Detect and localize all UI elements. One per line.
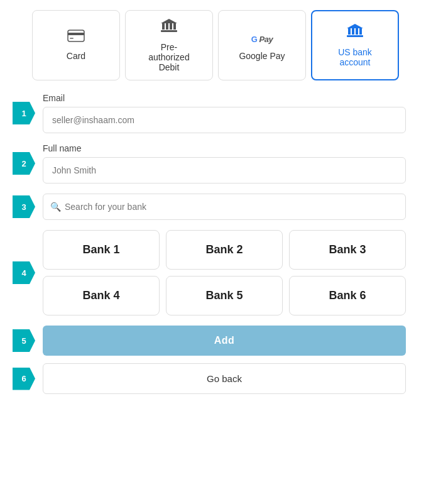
svg-marker-9 [347,24,363,28]
tab-usbank[interactable]: US bankaccount [311,10,399,80]
bank-item-4[interactable]: Bank 4 [43,276,160,315]
bank-grid-section: 4 Bank 1 Bank 2 Bank 3 Bank 4 Bank 5 Ban… [25,230,406,315]
add-button[interactable]: Add [43,326,406,356]
step-3-badge: 3 [13,195,35,218]
search-section: 3 🔍 [25,194,406,220]
tab-debit-label: Pre-authorizedDebit [148,42,189,72]
bank-search-input[interactable] [43,194,406,220]
svg-rect-8 [161,30,177,32]
fullname-section: 2 Full name [25,143,406,184]
svg-rect-11 [352,28,354,35]
usbank-icon [346,23,364,42]
step-4-badge: 4 [13,261,35,284]
bank-item-2[interactable]: Bank 2 [166,230,283,270]
bank-item-6[interactable]: Bank 6 [289,276,406,315]
svg-rect-10 [348,28,351,35]
tab-card-label: Card [67,51,85,61]
payment-tabs: Card Pre-authorizedDebit G Pay Google Pa… [25,10,406,80]
email-section: 1 Email [25,93,406,133]
svg-rect-0 [68,30,84,41]
svg-rect-2 [70,38,74,39]
step-6-badge: 6 [13,368,35,390]
bank-item-1[interactable]: Bank 1 [43,230,160,270]
svg-rect-7 [173,23,176,30]
tab-googlepay[interactable]: G Pay Google Pay [218,10,306,80]
gpay-icon: G Pay [251,30,273,46]
bank-item-5[interactable]: Bank 5 [166,276,283,315]
step-5-badge: 5 [13,329,35,352]
fullname-input[interactable] [43,157,406,184]
card-icon [67,30,85,46]
bank-item-3[interactable]: Bank 3 [289,230,406,270]
step-1-badge: 1 [13,102,35,124]
bank-grid: Bank 1 Bank 2 Bank 3 Bank 4 Bank 5 Bank … [43,230,406,315]
fullname-label: Full name [43,143,406,153]
search-icon: 🔍 [50,202,61,212]
email-label: Email [43,93,406,103]
add-section: 5 Add [25,326,406,356]
svg-rect-4 [162,23,165,30]
tab-card[interactable]: Card [32,10,120,80]
goback-section: 6 Go back [25,363,406,394]
svg-rect-6 [170,23,172,30]
tab-usbank-label: US bankaccount [338,47,372,67]
svg-rect-13 [359,28,362,35]
svg-rect-12 [356,28,358,35]
svg-rect-1 [68,33,84,35]
step-2-badge: 2 [13,152,35,175]
email-input[interactable] [43,107,406,133]
search-wrapper: 🔍 [43,194,406,220]
tab-googlepay-label: Google Pay [239,51,285,61]
svg-rect-5 [166,23,168,30]
bank-debit-icon [160,18,178,37]
svg-rect-14 [347,35,363,37]
go-back-button[interactable]: Go back [43,363,406,394]
svg-marker-3 [161,19,177,23]
tab-debit[interactable]: Pre-authorizedDebit [125,10,213,80]
